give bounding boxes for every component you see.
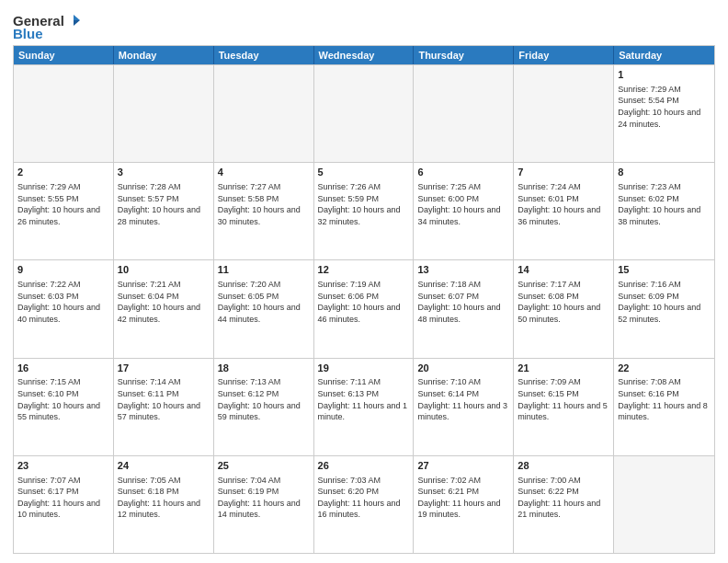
day-number: 10	[118, 263, 210, 277]
day-number: 25	[218, 459, 310, 473]
calendar-cell: 25Sunrise: 7:04 AMSunset: 6:19 PMDayligh…	[214, 456, 314, 553]
calendar: Sunday Monday Tuesday Wednesday Thursday…	[13, 45, 715, 554]
calendar-cell: 13Sunrise: 7:18 AMSunset: 6:07 PMDayligh…	[414, 260, 514, 357]
cell-info: Sunrise: 7:10 AMSunset: 6:14 PMDaylight:…	[417, 376, 509, 422]
day-number: 22	[618, 362, 711, 375]
calendar-cell: 14Sunrise: 7:17 AMSunset: 6:08 PMDayligh…	[514, 260, 614, 357]
calendar-cell: 2Sunrise: 7:29 AMSunset: 5:55 PMDaylight…	[14, 163, 114, 259]
dow-wednesday: Wednesday	[314, 46, 415, 64]
calendar-cell: 4Sunrise: 7:27 AMSunset: 5:58 PMDaylight…	[214, 163, 314, 259]
cell-info: Sunrise: 7:14 AMSunset: 6:11 PMDaylight:…	[118, 376, 210, 422]
cell-info: Sunrise: 7:17 AMSunset: 6:08 PMDaylight:…	[518, 279, 609, 325]
calendar-cell: 3Sunrise: 7:28 AMSunset: 5:57 PMDaylight…	[114, 163, 214, 259]
cell-info: Sunrise: 7:26 AMSunset: 5:59 PMDaylight:…	[318, 181, 410, 227]
cell-info: Sunrise: 7:05 AMSunset: 6:18 PMDaylight:…	[118, 475, 210, 521]
calendar-cell	[314, 65, 415, 162]
day-number: 6	[417, 166, 509, 179]
calendar-cell: 7Sunrise: 7:24 AMSunset: 6:01 PMDaylight…	[514, 163, 614, 259]
cell-info: Sunrise: 7:29 AMSunset: 5:54 PMDaylight:…	[618, 84, 711, 130]
svg-marker-0	[74, 15, 80, 20]
calendar-cell: 21Sunrise: 7:09 AMSunset: 6:15 PMDayligh…	[514, 359, 614, 455]
calendar-week-3: 16Sunrise: 7:15 AMSunset: 6:10 PMDayligh…	[14, 358, 714, 455]
calendar-cell: 27Sunrise: 7:02 AMSunset: 6:21 PMDayligh…	[414, 456, 514, 553]
day-number: 13	[417, 263, 509, 277]
day-number: 14	[518, 263, 609, 277]
calendar-cell: 1Sunrise: 7:29 AMSunset: 5:54 PMDaylight…	[614, 65, 714, 162]
dow-saturday: Saturday	[614, 46, 714, 64]
calendar-cell: 9Sunrise: 7:22 AMSunset: 6:03 PMDaylight…	[14, 260, 114, 357]
day-number: 26	[318, 459, 410, 473]
day-number: 21	[518, 362, 609, 375]
cell-info: Sunrise: 7:21 AMSunset: 6:04 PMDaylight:…	[118, 279, 210, 325]
header: General Blue	[13, 9, 715, 41]
day-number: 9	[17, 263, 109, 277]
calendar-cell	[414, 65, 514, 162]
day-number: 1	[618, 68, 711, 82]
calendar-cell: 15Sunrise: 7:16 AMSunset: 6:09 PMDayligh…	[614, 260, 714, 357]
cell-info: Sunrise: 7:22 AMSunset: 6:03 PMDaylight:…	[17, 279, 109, 325]
cell-info: Sunrise: 7:09 AMSunset: 6:15 PMDaylight:…	[518, 376, 609, 422]
cell-info: Sunrise: 7:20 AMSunset: 6:05 PMDaylight:…	[218, 279, 310, 325]
svg-marker-1	[74, 20, 80, 26]
cell-info: Sunrise: 7:23 AMSunset: 6:02 PMDaylight:…	[618, 181, 711, 227]
dow-sunday: Sunday	[14, 46, 114, 64]
day-number: 18	[218, 362, 310, 375]
cell-info: Sunrise: 7:29 AMSunset: 5:55 PMDaylight:…	[17, 181, 109, 227]
dow-monday: Monday	[114, 46, 214, 64]
day-number: 24	[118, 459, 210, 473]
cell-info: Sunrise: 7:15 AMSunset: 6:10 PMDaylight:…	[17, 376, 109, 422]
day-number: 16	[17, 362, 109, 375]
calendar-cell: 23Sunrise: 7:07 AMSunset: 6:17 PMDayligh…	[14, 456, 114, 553]
calendar-cell: 26Sunrise: 7:03 AMSunset: 6:20 PMDayligh…	[314, 456, 415, 553]
day-number: 15	[618, 263, 711, 277]
calendar-cell: 11Sunrise: 7:20 AMSunset: 6:05 PMDayligh…	[214, 260, 314, 357]
dow-friday: Friday	[514, 46, 614, 64]
day-number: 2	[17, 166, 109, 179]
cell-info: Sunrise: 7:25 AMSunset: 6:00 PMDaylight:…	[417, 181, 509, 227]
cell-info: Sunrise: 7:18 AMSunset: 6:07 PMDaylight:…	[417, 279, 509, 325]
cell-info: Sunrise: 7:03 AMSunset: 6:20 PMDaylight:…	[318, 475, 410, 521]
cell-info: Sunrise: 7:24 AMSunset: 6:01 PMDaylight:…	[518, 181, 609, 227]
cell-info: Sunrise: 7:11 AMSunset: 6:13 PMDaylight:…	[318, 376, 410, 422]
calendar-cell: 28Sunrise: 7:00 AMSunset: 6:22 PMDayligh…	[514, 456, 614, 553]
cell-info: Sunrise: 7:27 AMSunset: 5:58 PMDaylight:…	[218, 181, 310, 227]
logo: General Blue	[13, 13, 81, 41]
page: General Blue Sunday Monday Tuesday Wedne…	[0, 0, 728, 563]
calendar-week-0: 1Sunrise: 7:29 AMSunset: 5:54 PMDaylight…	[14, 64, 714, 162]
calendar-cell	[114, 65, 214, 162]
day-number: 4	[218, 166, 310, 179]
cell-info: Sunrise: 7:13 AMSunset: 6:12 PMDaylight:…	[218, 376, 310, 422]
day-number: 8	[618, 166, 711, 179]
calendar-cell: 18Sunrise: 7:13 AMSunset: 6:12 PMDayligh…	[214, 359, 314, 455]
calendar-cell	[614, 456, 714, 553]
cell-info: Sunrise: 7:07 AMSunset: 6:17 PMDaylight:…	[17, 475, 109, 521]
day-number: 7	[518, 166, 609, 179]
cell-info: Sunrise: 7:08 AMSunset: 6:16 PMDaylight:…	[618, 376, 711, 422]
cell-info: Sunrise: 7:16 AMSunset: 6:09 PMDaylight:…	[618, 279, 711, 325]
calendar-cell	[14, 65, 114, 162]
day-number: 17	[118, 362, 210, 375]
cell-info: Sunrise: 7:19 AMSunset: 6:06 PMDaylight:…	[318, 279, 410, 325]
calendar-cell	[514, 65, 614, 162]
cell-info: Sunrise: 7:28 AMSunset: 5:57 PMDaylight:…	[118, 181, 210, 227]
day-number: 3	[118, 166, 210, 179]
day-number: 11	[218, 263, 310, 277]
day-number: 27	[417, 459, 509, 473]
calendar-cell: 12Sunrise: 7:19 AMSunset: 6:06 PMDayligh…	[314, 260, 415, 357]
calendar-cell: 6Sunrise: 7:25 AMSunset: 6:00 PMDaylight…	[414, 163, 514, 259]
calendar-cell: 19Sunrise: 7:11 AMSunset: 6:13 PMDayligh…	[314, 359, 415, 455]
calendar-cell: 8Sunrise: 7:23 AMSunset: 6:02 PMDaylight…	[614, 163, 714, 259]
day-number: 28	[518, 459, 609, 473]
dow-thursday: Thursday	[414, 46, 514, 64]
calendar-week-4: 23Sunrise: 7:07 AMSunset: 6:17 PMDayligh…	[14, 455, 714, 553]
dow-tuesday: Tuesday	[214, 46, 314, 64]
calendar-week-2: 9Sunrise: 7:22 AMSunset: 6:03 PMDaylight…	[14, 259, 714, 357]
day-number: 19	[318, 362, 410, 375]
day-number: 5	[318, 166, 410, 179]
day-number: 20	[417, 362, 509, 375]
day-number: 23	[17, 459, 109, 473]
calendar-cell: 20Sunrise: 7:10 AMSunset: 6:14 PMDayligh…	[414, 359, 514, 455]
logo-blue-text: Blue	[13, 26, 43, 41]
calendar-cell: 22Sunrise: 7:08 AMSunset: 6:16 PMDayligh…	[614, 359, 714, 455]
calendar-week-1: 2Sunrise: 7:29 AMSunset: 5:55 PMDaylight…	[14, 162, 714, 259]
